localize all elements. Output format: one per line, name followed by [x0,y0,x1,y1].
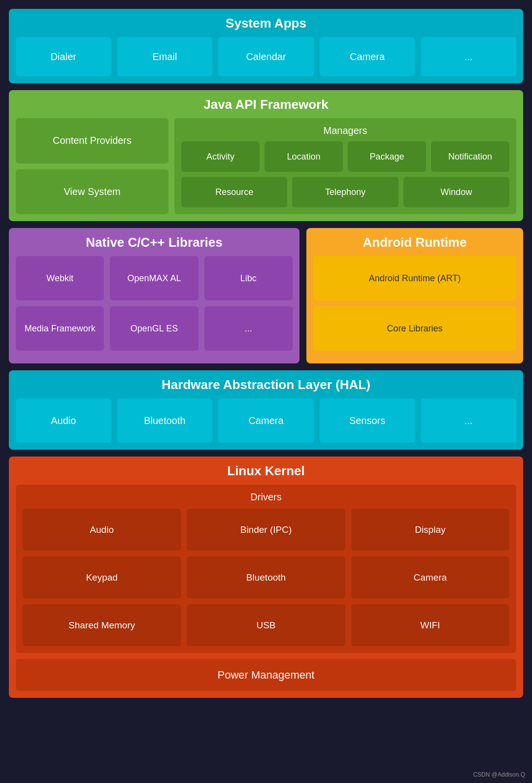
java-api-layer: Java API Framework Content Providers Vie… [9,90,523,221]
native-webkit: Webkit [16,256,104,300]
managers-row2: Resource Telephony Window [181,177,509,207]
art-card: Android Runtime (ART) [313,256,516,300]
manager-window: Window [403,177,509,207]
manager-activity: Activity [181,141,260,172]
managers-row1: Activity Location Package Notification [181,141,509,172]
system-apps-cards: DialerEmailCalendarCamera... [16,37,516,76]
drivers-box: Drivers Audio Binder (IPC) Display Keypa… [16,485,516,653]
java-api-inner: Content Providers View System Managers A… [16,118,516,214]
hal-audio: Audio [16,398,111,443]
hal-sensors: Sensors [320,398,415,443]
hal-bluetooth: Bluetooth [117,398,213,443]
manager-notification: Notification [431,141,509,172]
native-libs-cards: Webkit OpenMAX AL Libc Media Framework O… [16,256,293,351]
view-system-card: View System [16,169,168,215]
system-app-card: Camera [320,37,415,76]
hal-more: ... [421,398,516,443]
content-providers-card: Content Providers [16,118,168,163]
manager-telephony: Telephony [292,177,398,207]
driver-usb: USB [187,604,345,646]
hal-layer: Hardware Abstraction Layer (HAL) Audio B… [9,370,523,450]
managers-panel: Managers Activity Location Package Notif… [174,118,516,214]
native-more: ... [204,306,293,351]
android-runtime-title: Android Runtime [313,235,516,250]
native-media: Media Framework [16,306,104,351]
drivers-title: Drivers [23,491,509,503]
native-libs-title: Native C/C++ Libraries [16,235,293,250]
system-app-card: Email [117,37,213,76]
native-runtime-row: Native C/C++ Libraries Webkit OpenMAX AL… [9,228,523,363]
driver-audio: Audio [23,509,181,551]
manager-location: Location [265,141,343,172]
driver-shared-memory: Shared Memory [23,604,181,646]
driver-keypad: Keypad [23,556,181,598]
watermark: CSDN @Addison.Q [473,771,525,778]
linux-kernel-title: Linux Kernel [16,463,516,479]
android-runtime-layer: Android Runtime Android Runtime (ART) Co… [306,228,523,363]
native-libs-layer: Native C/C++ Libraries Webkit OpenMAX AL… [9,228,299,363]
power-management: Power Management [16,659,516,691]
native-openmax: OpenMAX AL [110,256,198,300]
hal-camera: Camera [218,398,314,443]
driver-display: Display [351,509,509,551]
native-libc: Libc [204,256,293,300]
driver-binder: Binder (IPC) [187,509,345,551]
driver-camera: Camera [351,556,509,598]
java-api-title: Java API Framework [16,97,516,112]
core-libs-card: Core Libraries [313,306,516,351]
system-apps-layer: System Apps DialerEmailCalendarCamera... [9,9,523,83]
managers-title: Managers [181,125,509,136]
manager-package: Package [348,141,426,172]
system-apps-title: System Apps [16,16,516,31]
drivers-grid: Audio Binder (IPC) Display Keypad Blueto… [23,509,509,646]
system-app-card: Calendar [218,37,314,76]
driver-wifi: WIFI [351,604,509,646]
system-app-card: Dialer [16,37,111,76]
java-api-left: Content Providers View System [16,118,168,214]
native-opengl: OpenGL ES [110,306,198,351]
system-app-card: ... [421,37,516,76]
hal-cards: Audio Bluetooth Camera Sensors ... [16,398,516,443]
manager-resource: Resource [181,177,287,207]
linux-kernel-layer: Linux Kernel Drivers Audio Binder (IPC) … [9,457,523,698]
hal-title: Hardware Abstraction Layer (HAL) [16,377,516,392]
driver-bluetooth: Bluetooth [187,556,345,598]
